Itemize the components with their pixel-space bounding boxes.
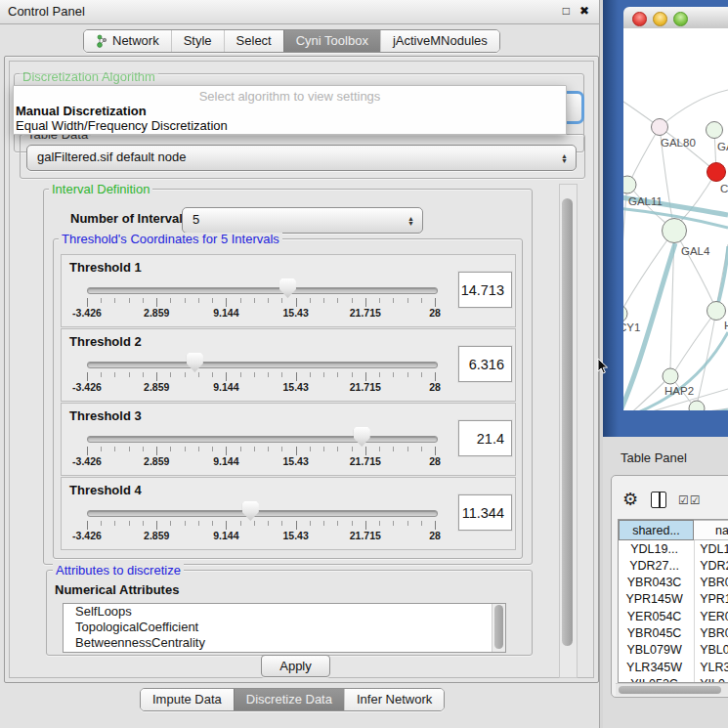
- slider-thumb[interactable]: [279, 278, 296, 298]
- tab-infer-network[interactable]: Infer Network: [344, 689, 444, 710]
- tick-label: 21.715: [350, 307, 381, 319]
- threshold-row: Threshold 3-3.4262.8599.14415.4321.71528…: [61, 403, 516, 476]
- table-hscrollbar[interactable]: [616, 683, 728, 696]
- tab-discretize-data[interactable]: Discretize Data: [234, 689, 344, 710]
- network-node[interactable]: [707, 163, 726, 182]
- stepper-arrows-icon: ▲▼: [407, 216, 414, 226]
- network-node[interactable]: [663, 368, 678, 384]
- close-icon[interactable]: ✖: [579, 4, 589, 18]
- tab-jactivemnodules[interactable]: jActiveMNodules: [380, 30, 499, 52]
- slider-track[interactable]: [87, 362, 438, 368]
- network-node[interactable]: [623, 305, 627, 322]
- attribute-list-item[interactable]: TopologicalCoefficient: [64, 620, 505, 635]
- threshold-row: Threshold 1-3.4262.8599.14415.4321.71528…: [61, 254, 516, 327]
- tick-label: 15.43: [282, 307, 308, 319]
- network-edge-highlighted: [716, 246, 728, 311]
- table-row[interactable]: YLR345WYLR3: [619, 660, 728, 676]
- slider-thumb[interactable]: [354, 427, 370, 447]
- slider-track[interactable]: [87, 287, 438, 294]
- network-node-label: HAP2: [664, 385, 694, 397]
- table-row[interactable]: YBR045CYBR0: [619, 625, 728, 642]
- slider-ticks: [87, 521, 437, 530]
- cell-shared-name: YBL079W: [619, 642, 690, 659]
- minimize-traffic-light-icon[interactable]: [653, 12, 667, 26]
- threshold-value-field[interactable]: 14.713: [458, 272, 512, 308]
- table-row[interactable]: YDR27...YDR2: [619, 558, 728, 575]
- network-window-titlebar: [623, 7, 728, 29]
- network-node[interactable]: [663, 219, 687, 243]
- cell-name: YDL1: [690, 541, 728, 558]
- dropdown-item-equal-width-frequency[interactable]: Equal Width/Frequency Discretization: [16, 118, 228, 133]
- list-scrollbar[interactable]: [492, 604, 505, 652]
- numerical-attributes-list[interactable]: SelfLoopsTopologicalCoefficientBetweenne…: [63, 603, 506, 653]
- zoom-traffic-light-icon[interactable]: [673, 12, 688, 26]
- tab-cyni-toolbox[interactable]: Cyni Toolbox: [283, 30, 380, 52]
- cell-shared-name: YDR27...: [619, 558, 690, 575]
- node-table[interactable]: shared... name YDL19...YDL1YDR27...YDR2Y…: [618, 519, 728, 683]
- slider-thumb[interactable]: [242, 501, 259, 521]
- network-canvas[interactable]: GAL80GACGAL11GAL4GCY1HHAP2: [623, 28, 728, 410]
- slider-thumb[interactable]: [187, 353, 203, 372]
- dropdown-item-manual-discretization[interactable]: Manual Discretization: [16, 104, 147, 118]
- table-row[interactable]: YDL19...YDL1: [619, 541, 728, 558]
- checkboxes-icon[interactable]: ☑☑: [678, 493, 702, 507]
- tick-label: -3.426: [72, 455, 102, 467]
- tab-style[interactable]: Style: [171, 30, 224, 52]
- tick-label: 28: [429, 530, 441, 541]
- slider-ticks: [87, 372, 437, 381]
- stepper-arrows-icon: ▲▼: [561, 153, 568, 163]
- network-node[interactable]: [707, 122, 723, 139]
- table-hscrollbar-thumb[interactable]: [619, 686, 721, 694]
- table-row[interactable]: YBL079WYBL0: [619, 642, 728, 659]
- mouse-cursor: [597, 358, 609, 375]
- network-node[interactable]: [707, 302, 726, 321]
- main-scrollbar[interactable]: [559, 184, 578, 678]
- network-node[interactable]: [689, 401, 705, 410]
- panel-title: Control Panel: [8, 4, 85, 19]
- threshold-value-field[interactable]: 6.316: [458, 346, 512, 382]
- tab-select[interactable]: Select: [224, 30, 283, 52]
- network-edge: [628, 127, 660, 185]
- table-row[interactable]: YER054CYER0: [619, 609, 728, 625]
- threshold-row: Threshold 4-3.4262.8599.14415.4321.71528…: [61, 477, 516, 550]
- list-scrollbar-thumb[interactable]: [494, 605, 503, 649]
- float-window-icon[interactable]: □: [563, 4, 570, 18]
- number-of-intervals-value: 5: [193, 208, 199, 231]
- table-row[interactable]: YPR145WYPR1: [619, 591, 728, 608]
- algorithm-dropdown-popup: Select algorithm to view settings Manual…: [13, 85, 567, 135]
- tick-label: 9.144: [213, 530, 238, 541]
- network-node[interactable]: [623, 176, 636, 193]
- control-panel: Control Panel □ ✖ NetworkStyleSelectCyni…: [0, 0, 600, 728]
- tab-network[interactable]: Network: [84, 30, 171, 52]
- threshold-value-field[interactable]: 21.4: [458, 420, 512, 456]
- threshold-label: Threshold 3: [69, 408, 142, 423]
- columns-icon[interactable]: [651, 492, 666, 508]
- network-node[interactable]: [652, 119, 668, 136]
- gear-icon[interactable]: ⚙: [622, 489, 638, 510]
- threshold-label: Threshold 1: [69, 260, 142, 275]
- attribute-list-item[interactable]: BetweennessCentrality: [64, 635, 505, 651]
- table-data-combo[interactable]: galFiltered.sif default node ▲▼: [26, 145, 577, 171]
- apply-button[interactable]: Apply: [261, 655, 330, 677]
- table-panel-title: Table Panel: [621, 450, 687, 465]
- tab-impute-data[interactable]: Impute Data: [141, 689, 234, 710]
- tick-label: 15.43: [282, 381, 308, 393]
- slider-track[interactable]: [87, 436, 438, 443]
- cell-name: YLR3: [690, 660, 728, 676]
- main-scrollbar-thumb[interactable]: [562, 198, 573, 646]
- attribute-list-item[interactable]: SelfLoops: [64, 604, 505, 620]
- table-row[interactable]: YIL052CYIL0: [619, 676, 728, 683]
- tick-label: 9.144: [213, 455, 238, 467]
- column-header-name[interactable]: name: [694, 520, 728, 540]
- table-row[interactable]: YBR043CYBR0: [619, 575, 728, 591]
- slider-track[interactable]: [87, 510, 438, 517]
- tick-label: 21.715: [350, 381, 381, 393]
- network-node-label: GCY1: [623, 321, 640, 333]
- column-header-shared-name[interactable]: shared...: [619, 520, 694, 540]
- control-panel-titlebar: Control Panel □ ✖: [0, 0, 599, 24]
- network-node-label: H: [724, 320, 728, 331]
- threshold-value-field[interactable]: 11.344: [458, 494, 512, 531]
- tick-label: 9.144: [213, 381, 238, 393]
- close-traffic-light-icon[interactable]: [632, 12, 647, 26]
- number-of-intervals-combo[interactable]: 5 ▲▼: [182, 207, 423, 234]
